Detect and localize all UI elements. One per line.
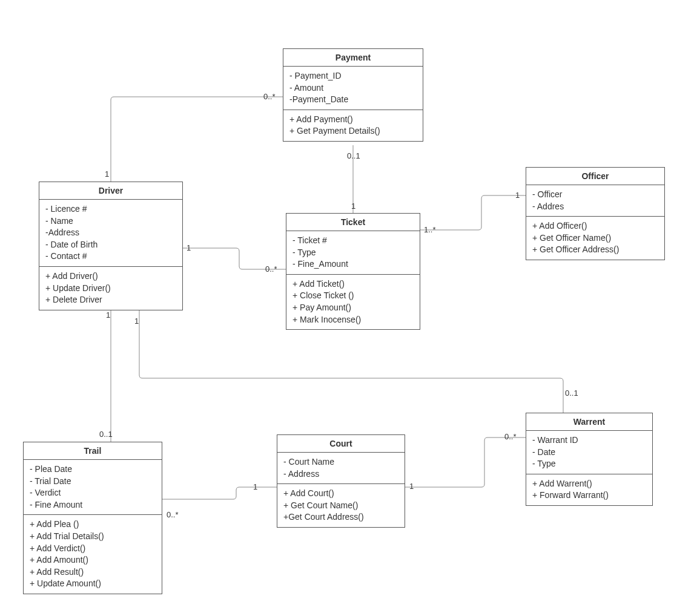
mult-court-warrent-warrent: 0..* — [504, 432, 517, 441]
class-operations-payment: + Add Payment() + Get Payment Details() — [283, 110, 423, 141]
class-attributes-trail: - Plea Date - Trial Date - Verdict - Fin… — [24, 460, 162, 515]
uml-class-diagram: Payment - Payment_ID - Amount -Payment_D… — [0, 0, 694, 616]
class-attributes-driver: - Licence # - Name -Address - Date of Bi… — [39, 200, 182, 267]
mult-driver-ticket-driver: 1 — [187, 243, 191, 252]
class-operations-officer: + Add Officer() + Get Officer Name() + G… — [526, 217, 664, 260]
class-trail: Trail - Plea Date - Trial Date - Verdict… — [23, 442, 162, 594]
class-court: Court - Court Name - Address + Add Court… — [277, 434, 405, 528]
class-driver: Driver - Licence # - Name -Address - Dat… — [39, 182, 183, 310]
class-attributes-officer: - Officer - Addres — [526, 185, 664, 217]
class-warrent: Warrent - Warrant ID - Date - Type + Add… — [526, 413, 653, 506]
class-name-ticket: Ticket — [286, 214, 420, 231]
class-operations-trail: + Add Plea () + Add Trial Details() + Ad… — [24, 515, 162, 594]
mult-driver-payment-driver: 1 — [105, 169, 109, 179]
mult-ticket-officer-ticket: 1..* — [424, 225, 436, 234]
class-attributes-court: - Court Name - Address — [277, 453, 405, 484]
class-name-trail: Trail — [24, 442, 162, 460]
mult-driver-trail-trail: 0..1 — [99, 430, 113, 439]
mult-trail-court-court: 1 — [253, 482, 257, 491]
class-payment: Payment - Payment_ID - Amount -Payment_D… — [283, 48, 423, 142]
mult-driver-ticket-ticket: 0..* — [265, 264, 277, 274]
class-operations-warrent: + Add Warrent() + Forward Warrant() — [526, 474, 652, 505]
class-operations-ticket: + Add Ticket() + Close Ticket () + Pay A… — [286, 275, 420, 329]
class-operations-driver: + Add Driver() + Update Driver() + Delet… — [39, 267, 182, 310]
class-name-warrent: Warrent — [526, 413, 652, 431]
class-attributes-payment: - Payment_ID - Amount -Payment_Date — [283, 67, 423, 110]
class-attributes-warrent: - Warrant ID - Date - Type — [526, 431, 652, 474]
class-operations-court: + Add Court() + Get Court Name() +Get Co… — [277, 484, 405, 527]
mult-driver-warrent-warrent: 0..1 — [565, 388, 578, 398]
mult-driver-payment-payment: 0..* — [263, 92, 276, 101]
class-name-payment: Payment — [283, 49, 423, 67]
class-attributes-ticket: - Ticket # - Type - Fine_Amount — [286, 231, 420, 275]
class-name-driver: Driver — [39, 182, 182, 200]
mult-driver-warrent-driver: 1 — [134, 316, 139, 326]
mult-payment-ticket-payment: 0..1 — [347, 151, 360, 160]
mult-trail-court-trail: 0..* — [167, 510, 179, 519]
class-name-officer: Officer — [526, 168, 664, 185]
mult-driver-trail-driver: 1 — [106, 310, 110, 319]
mult-ticket-officer-officer: 1 — [515, 191, 520, 200]
mult-payment-ticket-ticket: 1 — [351, 202, 355, 211]
mult-court-warrent-court: 1 — [409, 482, 414, 491]
class-ticket: Ticket - Ticket # - Type - Fine_Amount +… — [286, 213, 420, 330]
class-officer: Officer - Officer - Addres + Add Officer… — [526, 167, 665, 260]
class-name-court: Court — [277, 435, 405, 453]
